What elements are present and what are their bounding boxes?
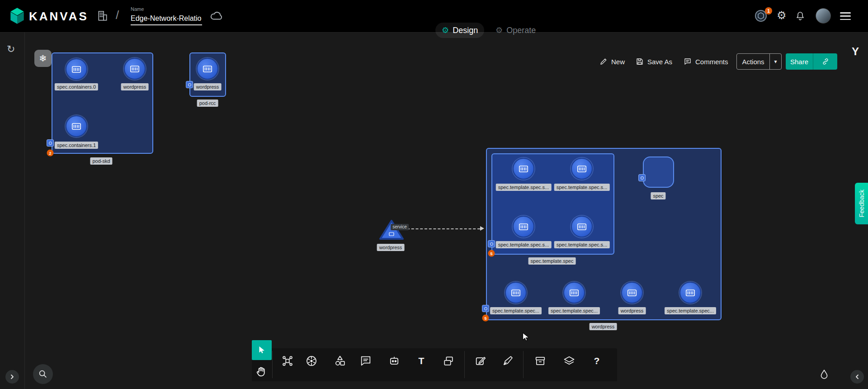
design-tab-label: Design [453, 26, 478, 35]
node-deployment-4[interactable] [679, 282, 701, 304]
node-spec-containers-0[interactable] [66, 58, 87, 80]
edge-arrowhead-icon [480, 226, 484, 231]
help-icon: ? [594, 356, 600, 366]
container-label-spec-template-spec: spec.template.spec [528, 257, 576, 265]
left-rail [0, 32, 25, 389]
pod-badge-icon[interactable] [482, 305, 489, 312]
node-template-spec-4[interactable] [571, 216, 593, 237]
pod-badge-icon[interactable] [638, 174, 646, 181]
zoom-button[interactable] [33, 364, 53, 384]
error-count-badge[interactable]: 2 [47, 150, 54, 157]
container-label-pod-skd: pod-skd [90, 157, 112, 165]
pen-tool[interactable] [499, 352, 517, 370]
user-avatar[interactable] [816, 8, 831, 24]
copy-link-button[interactable] [813, 53, 837, 70]
edge-label: service [391, 224, 409, 230]
node-spec[interactable] [643, 157, 674, 188]
node-shape-tool[interactable] [439, 352, 458, 370]
cursor-icon [257, 345, 267, 355]
node-template-spec-3[interactable] [513, 216, 534, 237]
new-pencil-icon [599, 57, 608, 66]
comments-button[interactable]: Comments [684, 55, 728, 68]
share-button[interactable]: Share [786, 53, 813, 70]
node-label: wordpress [194, 83, 222, 90]
top-header: KANVAS / Name ⚙ Design ⚙ Operate [0, 0, 868, 32]
pod-badge-icon[interactable] [47, 139, 54, 147]
node-wordpress-pod-rcc[interactable] [197, 58, 218, 80]
expand-left-panel-button[interactable] [5, 370, 19, 384]
actions-button[interactable]: Actions ▾ [736, 53, 782, 70]
actions-label: Actions [737, 54, 769, 69]
node-label: spec.containers.0 [55, 83, 98, 90]
comment-icon [684, 57, 692, 66]
node-wordpress-pod-skd[interactable] [124, 58, 146, 80]
node-label: spec.template.spec.s... [496, 184, 552, 191]
kanvas-logo-icon[interactable] [8, 6, 27, 25]
node-deployment-2[interactable] [563, 282, 585, 304]
feedback-label: Feedback [858, 190, 865, 217]
node-label: spec.template.spec... [548, 307, 600, 314]
node-label: spec.template.spec... [490, 307, 542, 314]
node-deployment-wordpress[interactable] [621, 282, 643, 304]
design-name-label: Name [131, 6, 144, 12]
notifications-bell-icon[interactable] [795, 10, 806, 21]
container-spec-template-spec[interactable] [491, 153, 614, 255]
service-to-deployment-edge[interactable] [407, 228, 480, 229]
layers-tool[interactable] [560, 352, 578, 370]
operate-tab-label: Operate [506, 26, 536, 35]
kubernetes-tool[interactable] [302, 352, 321, 370]
organization-icon[interactable] [97, 10, 108, 22]
shapes-tool[interactable] [331, 352, 349, 370]
feedback-tab[interactable]: Feedback [855, 183, 868, 224]
breadcrumb-separator: / [116, 8, 119, 22]
comment-bubble-icon [359, 355, 372, 367]
settings-gear-icon[interactable]: ⚙ [777, 10, 787, 21]
pod-badge-icon[interactable] [186, 81, 193, 88]
error-count-badge[interactable]: 5 [482, 315, 489, 322]
select-tool[interactable] [252, 340, 272, 360]
mouse-cursor [521, 332, 531, 342]
tab-operate[interactable]: ⚙ Operate [489, 23, 542, 38]
toolbar-divider [523, 351, 524, 378]
node-template-spec-1[interactable] [513, 158, 534, 180]
container-label-wordpress: wordpress [590, 323, 617, 330]
spec-node-label: spec [651, 192, 665, 199]
node-label: spec.template.spec... [665, 307, 716, 314]
component-chip-icon [281, 355, 294, 367]
node-label: spec.template.spec.s... [554, 184, 610, 191]
collapse-right-panel-button[interactable] [850, 370, 864, 384]
comment-tool[interactable] [357, 352, 375, 370]
archive-tool[interactable] [531, 352, 549, 370]
magnifier-icon [38, 369, 48, 379]
chevron-left-icon [854, 374, 860, 380]
group-snowflake-icon[interactable]: ❄ [34, 50, 52, 67]
help-tool[interactable]: ? [588, 352, 606, 370]
widgets-tool[interactable] [385, 352, 403, 370]
design-name-input[interactable] [131, 14, 202, 25]
drawer-icon [534, 355, 547, 367]
ink-drop-icon[interactable] [818, 369, 830, 380]
kanvas-logo-text[interactable]: KANVAS [29, 9, 89, 24]
app-window: KANVAS / Name ⚙ Design ⚙ Operate [0, 0, 868, 389]
cloud-sync-icon[interactable] [210, 10, 223, 21]
components-tool[interactable] [278, 352, 297, 370]
pan-tool[interactable] [252, 363, 270, 381]
node-template-spec-2[interactable] [571, 158, 593, 180]
stacked-rectangles-icon [442, 355, 455, 367]
node-spec-containers-1[interactable] [66, 115, 87, 137]
edit-tool[interactable] [472, 352, 490, 370]
error-count-badge[interactable]: 5 [488, 250, 495, 257]
actions-caret-icon[interactable]: ▾ [769, 54, 781, 69]
save-as-button[interactable]: Save As [636, 55, 672, 68]
text-tool[interactable]: T [412, 352, 430, 370]
link-icon [821, 57, 830, 66]
tab-design[interactable]: ⚙ Design [435, 23, 484, 38]
pod-badge-icon[interactable] [488, 240, 495, 247]
design-tab-icon: ⚙ [442, 26, 449, 34]
node-label: spec.containers.1 [55, 142, 98, 149]
new-button[interactable]: New [599, 55, 625, 68]
bot-icon [388, 355, 401, 367]
sync-refresh-icon[interactable]: ↻ [7, 43, 15, 55]
hamburger-menu-icon[interactable] [840, 12, 851, 20]
node-deployment-1[interactable] [505, 282, 527, 304]
